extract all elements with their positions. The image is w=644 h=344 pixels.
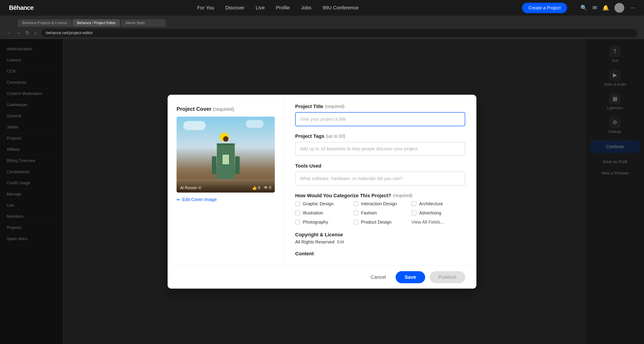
project-title-label: Project Title (required) (295, 104, 465, 109)
category-graphic-design[interactable]: Graphic Design (295, 201, 349, 206)
publish-button[interactable]: Publish (430, 271, 465, 283)
tags-sub-text: (up to 10) (326, 134, 345, 139)
browser-refresh-button[interactable]: ↻ (26, 30, 30, 36)
project-title-group: Project Title (required) (295, 104, 465, 126)
categories-grid: Graphic Design Interaction Design Archit… (295, 201, 465, 225)
copyright-section: Copyright & License All Rights Reserved … (295, 232, 465, 245)
browser-tab-2[interactable]: Behance / Project Editor (72, 19, 120, 27)
image-author-text: Al Rossin © (180, 186, 202, 190)
modal-body: Project Cover (required) (168, 95, 476, 266)
messages-icon[interactable]: ✉ (592, 5, 597, 11)
nav-jobs[interactable]: Jobs (301, 5, 311, 11)
category-architecture[interactable]: Architecture (412, 201, 465, 206)
category-product-design-label: Product Design (361, 220, 392, 225)
nav-profile[interactable]: Profile (276, 5, 290, 11)
image-stats: 👍 0 👁 0 (252, 185, 271, 190)
checkbox-advertising[interactable] (412, 210, 416, 215)
author-verified-icon: © (198, 186, 202, 190)
checkbox-interaction-design[interactable] (353, 201, 358, 206)
user-avatar[interactable] (614, 3, 624, 13)
nav-discover[interactable]: Discover (225, 5, 244, 11)
category-graphic-design-label: Graphic Design (303, 201, 334, 206)
cover-label-text: Project Cover (176, 106, 212, 112)
title-required-text: (required) (325, 104, 344, 109)
category-architecture-label: Architecture (419, 201, 443, 206)
content-title: Content (295, 251, 465, 257)
cloud-art-2 (246, 120, 264, 128)
cover-section-label: Project Cover (required) (176, 106, 275, 112)
copyright-edit-link[interactable]: Edit (337, 240, 344, 244)
cover-image-container: Al Rossin © 👍 0 👁 0 (176, 117, 275, 192)
nav-foryou[interactable]: For You (197, 5, 214, 11)
pencil-icon: ✏ (176, 197, 180, 202)
views-stat: 👁 0 (264, 185, 271, 190)
project-tags-group: Project Tags (up to 10) (295, 133, 465, 156)
project-title-input[interactable] (295, 112, 465, 126)
category-interaction-design-label: Interaction Design (361, 201, 397, 206)
tools-used-input[interactable] (295, 172, 465, 186)
copyright-title: Copyright & License (295, 232, 465, 238)
create-project-button[interactable]: Create a Project (522, 3, 567, 13)
browser-address-bar: ← → ↻ ⌂ behance.net/project-editor (0, 27, 644, 39)
nav-99u[interactable]: 99U Conference (323, 5, 358, 11)
save-button[interactable]: Save (396, 271, 425, 283)
categorize-label-text: How Would You Categorize This Project? (295, 193, 391, 198)
browser-tab-1[interactable]: Behance Projects & Comms (18, 19, 72, 27)
cloud-art (183, 121, 206, 130)
modal-form-panel: Project Title (required) Project Tags (u… (284, 95, 476, 266)
tools-used-group: Tools Used (295, 163, 465, 186)
cover-required-text: (required) (213, 106, 234, 112)
tools-label-text: Tools Used (295, 163, 321, 169)
title-label-text: Project Title (295, 104, 323, 109)
tags-label-text: Project Tags (295, 133, 324, 139)
browser-tab-3[interactable]: Admin Stats (121, 19, 166, 27)
top-navigation: Bēhance For You Discover Live Profile Jo… (0, 0, 644, 16)
checkbox-illustration[interactable] (295, 210, 300, 215)
category-photography-label: Photography (303, 220, 328, 225)
checkbox-fashion[interactable] (353, 210, 358, 215)
nav-live[interactable]: Live (256, 5, 265, 11)
search-icon[interactable]: 🔍 (580, 5, 587, 11)
cancel-button[interactable]: Cancel (365, 271, 391, 283)
project-tags-input[interactable] (295, 142, 465, 156)
edit-cover-text: Edit Cover Image (182, 197, 217, 202)
browser-home-button[interactable]: ⌂ (34, 30, 37, 36)
sunflower-art (219, 132, 232, 146)
tools-used-label: Tools Used (295, 163, 465, 169)
categorize-group: How Would You Categorize This Project? (… (295, 193, 465, 225)
category-product-design[interactable]: Product Design (353, 220, 407, 225)
view-all-fields-link[interactable]: View All Fields... (412, 220, 444, 225)
category-interaction-design[interactable]: Interaction Design (353, 201, 407, 206)
content-section: Content (295, 251, 465, 257)
notifications-icon[interactable]: 🔔 (602, 5, 609, 11)
category-advertising-label: Advertising (419, 210, 441, 215)
checkbox-photography[interactable] (295, 220, 300, 224)
checkbox-product-design[interactable] (353, 220, 358, 224)
category-fashion[interactable]: Fashion (353, 210, 407, 215)
project-settings-modal: Project Cover (required) (168, 95, 476, 289)
category-advertising[interactable]: Advertising (412, 210, 465, 215)
nav-icons: 🔍 ✉ 🔔 ⋯ (580, 3, 635, 13)
category-photography[interactable]: Photography (295, 220, 349, 225)
copyright-value-text: All Rights Reserved (295, 239, 334, 245)
browser-back-button[interactable]: ← (7, 30, 12, 36)
project-tags-label: Project Tags (up to 10) (295, 133, 465, 139)
category-fashion-label: Fashion (361, 210, 377, 215)
view-all-fields[interactable]: View All Fields... (412, 220, 465, 225)
grid-icon[interactable]: ⋯ (630, 5, 635, 11)
modal-cover-panel: Project Cover (required) (168, 95, 284, 266)
modal-footer: Cancel Save Publish (168, 266, 476, 289)
copyright-value: All Rights Reserved Edit (295, 239, 465, 245)
likes-stat: 👍 0 (252, 185, 260, 190)
address-bar[interactable]: behance.net/project-editor (42, 29, 637, 37)
categorize-required-text: (required) (393, 193, 412, 198)
categorize-label: How Would You Categorize This Project? (… (295, 193, 465, 198)
checkbox-graphic-design[interactable] (295, 201, 300, 206)
edit-cover-link[interactable]: ✏ Edit Cover Image (176, 197, 275, 202)
category-illustration[interactable]: Illustration (295, 210, 349, 215)
category-illustration-label: Illustration (303, 210, 323, 215)
nav-links: For You Discover Live Profile Jobs 99U C… (47, 5, 509, 11)
checkbox-architecture[interactable] (412, 201, 416, 206)
author-name: Al Rossin (180, 186, 197, 190)
browser-forward-button[interactable]: → (16, 30, 21, 36)
